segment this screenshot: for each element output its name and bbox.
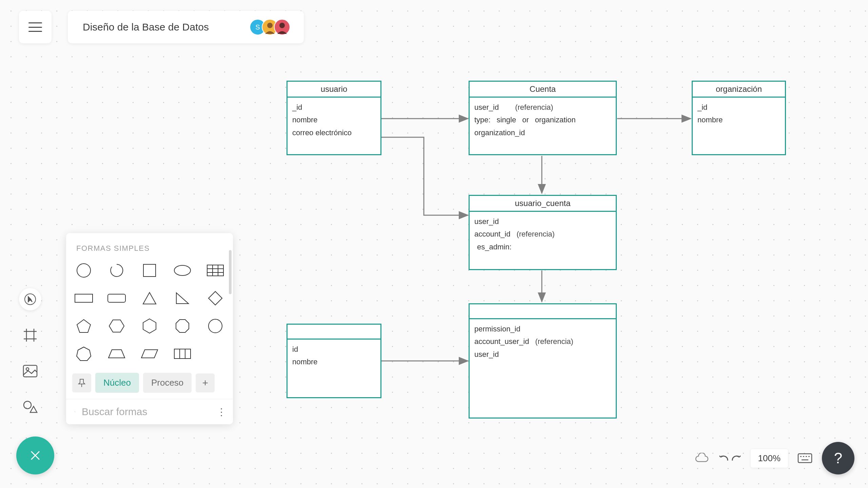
frame-tool[interactable]: [19, 324, 41, 346]
add-library-button[interactable]: +: [196, 373, 215, 392]
help-icon: ?: [834, 450, 842, 467]
entity-unnamed[interactable]: id nombre: [287, 324, 381, 398]
shape-ellipse[interactable]: [173, 261, 192, 280]
close-panel-button[interactable]: [16, 436, 54, 474]
image-tool[interactable]: [19, 360, 41, 382]
field: permission_id: [474, 323, 611, 335]
panel-scrollbar[interactable]: [229, 250, 232, 294]
svg-point-7: [279, 23, 285, 28]
shape-triangle[interactable]: [140, 289, 159, 308]
shape-circle-outline[interactable]: [206, 317, 225, 336]
avatar[interactable]: [274, 19, 290, 35]
search-more-button[interactable]: ⋮: [217, 406, 225, 418]
entity-title: Cuenta: [470, 82, 616, 98]
field: nombre: [292, 114, 376, 126]
shape-table[interactable]: [206, 261, 225, 280]
close-icon: [29, 449, 41, 462]
svg-rect-13: [23, 365, 37, 377]
shape-pentagon[interactable]: [74, 317, 93, 336]
entity-body: id nombre: [288, 340, 380, 372]
svg-rect-27: [108, 294, 125, 302]
field-ref: (referencia): [516, 228, 554, 240]
field: organization: [535, 114, 576, 126]
tab-nucleo[interactable]: Núcleo: [95, 373, 139, 393]
help-button[interactable]: ?: [822, 442, 854, 474]
shape-octagon[interactable]: [173, 317, 192, 336]
entity-usuario[interactable]: usuario _id nombre correo electrónico: [287, 81, 381, 155]
shape-square[interactable]: [140, 261, 159, 280]
shape-rounded-rect[interactable]: [107, 289, 126, 308]
svg-point-28: [209, 319, 222, 333]
undo-button[interactable]: [719, 454, 729, 463]
svg-point-15: [24, 401, 31, 409]
entity-title: usuario_cuenta: [470, 196, 616, 212]
menu-button[interactable]: [19, 11, 52, 43]
field: user_id: [474, 348, 611, 361]
svg-rect-29: [174, 349, 191, 359]
zoom-level[interactable]: 100%: [751, 449, 788, 468]
search-icon: [74, 406, 76, 417]
field: user_id: [474, 215, 611, 228]
svg-rect-26: [75, 294, 93, 302]
redo-button[interactable]: [731, 454, 741, 463]
entity-body: _id nombre correo electrónico: [288, 98, 380, 142]
cloud-sync-icon[interactable]: [694, 453, 709, 464]
keyboard-icon[interactable]: [797, 453, 812, 463]
shape-heptagon[interactable]: [74, 344, 93, 363]
field: user_id: [474, 101, 499, 114]
tab-proceso[interactable]: Proceso: [143, 373, 192, 393]
field: _id: [292, 101, 376, 114]
shapes-search-bar: ⋮: [66, 399, 233, 424]
shapes-panel: FORMAS SIMPLES Núcleo Proceso + ⋮: [66, 233, 233, 424]
entity-body: permission_id account_user_id (referenci…: [470, 319, 616, 364]
shapes-section-label: FORMAS SIMPLES: [66, 233, 233, 258]
field: type:: [474, 114, 491, 126]
field-ref: (referencia): [535, 335, 573, 348]
bottom-right-controls: 100% ?: [694, 442, 855, 474]
entity-title: [288, 325, 380, 340]
field: nombre: [292, 355, 376, 368]
side-toolbar: [19, 288, 41, 418]
svg-point-33: [74, 411, 75, 412]
shape-right-triangle[interactable]: [173, 289, 192, 308]
field: _id: [697, 101, 780, 114]
shape-grid[interactable]: [173, 344, 192, 363]
shapes-tool[interactable]: [19, 396, 41, 418]
pin-library-button[interactable]: [72, 373, 91, 392]
hamburger-icon: [28, 22, 42, 32]
shape-trapezoid[interactable]: [107, 344, 126, 363]
field: correo electrónico: [292, 126, 376, 139]
entity-organizacion[interactable]: organización _id nombre: [692, 81, 786, 155]
entity-usuario-cuenta[interactable]: usuario_cuenta user_id account_id (refer…: [469, 195, 617, 270]
svg-point-20: [174, 265, 191, 276]
field: single: [497, 114, 516, 126]
pointer-tool[interactable]: [19, 288, 41, 310]
svg-rect-35: [798, 454, 812, 463]
document-title[interactable]: Diseño de la Base de Datos: [83, 21, 209, 33]
title-card: Diseño de la Base de Datos S: [68, 11, 304, 43]
entity-title: usuario: [288, 82, 380, 98]
svg-point-14: [26, 368, 29, 370]
shape-hexagon[interactable]: [107, 317, 126, 336]
shape-rectangle[interactable]: [74, 289, 93, 308]
entity-title: organización: [693, 82, 785, 98]
entity-body: user_id account_id (referencia) es_admin…: [470, 212, 616, 257]
entity-cuenta[interactable]: Cuenta user_id (referencia) type: single…: [469, 81, 617, 155]
field: id: [292, 343, 376, 355]
field: or: [522, 114, 529, 126]
shape-library-tabs: Núcleo Proceso +: [66, 369, 233, 399]
shapes-grid: [66, 258, 233, 369]
field: account_id: [474, 228, 510, 240]
shape-hexagon-flat[interactable]: [140, 317, 159, 336]
shapes-search-input[interactable]: [82, 406, 211, 418]
shape-diamond[interactable]: [206, 289, 225, 308]
svg-rect-19: [143, 264, 156, 277]
shape-arc[interactable]: [107, 261, 126, 280]
collaborator-avatars[interactable]: S: [250, 19, 290, 35]
pin-icon: [77, 378, 87, 388]
field: es_admin:: [474, 241, 611, 253]
shape-parallelogram[interactable]: [140, 344, 159, 363]
entity-permission[interactable]: permission_id account_user_id (referenci…: [469, 303, 617, 419]
field: account_user_id: [474, 335, 529, 348]
shape-circle[interactable]: [74, 261, 93, 280]
